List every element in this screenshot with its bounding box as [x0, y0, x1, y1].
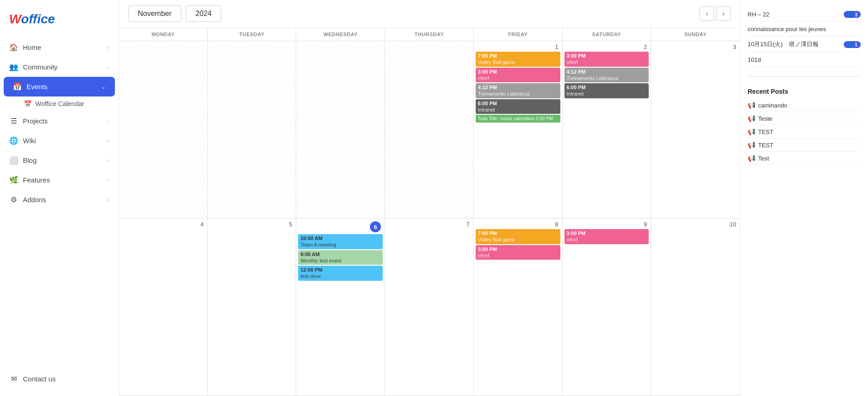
post-label: Teste: [758, 115, 772, 122]
day-name-saturday: SATURDAY: [563, 28, 651, 41]
chevron-down-icon: ⌄: [101, 84, 106, 90]
post-label: TEST: [758, 128, 773, 135]
event-rrfrrrf-sat2[interactable]: 3:00 PM rrfrrrf: [564, 229, 649, 244]
event-time: 8:00 AM: [300, 251, 380, 257]
calendar-cell-sat-w2[interactable]: 9 3:00 PM rrfrrrf: [563, 219, 651, 396]
recent-posts-section: Recent Posts 📢 caminando 📢 Teste 📢 TEST …: [748, 76, 861, 165]
next-month-button[interactable]: ›: [716, 6, 731, 21]
wiki-icon: 🌐: [9, 136, 18, 145]
event-rrfrrrf-sat1[interactable]: 3:00 PM rrfrrrf: [564, 52, 649, 67]
post-item-test3[interactable]: 📢 Test: [748, 152, 861, 165]
megaphone-icon: 📢: [748, 115, 755, 122]
event-rrfrrrf-fri1[interactable]: 3:00 PM rrfrrrf: [476, 68, 560, 83]
year-selector[interactable]: 2024: [186, 5, 222, 22]
calendar-cell-fri-w1[interactable]: 1 7:00 PM Volley Ball game 3:00 PM rrfrr…: [474, 41, 563, 218]
badge-icon: 👤: [847, 42, 853, 48]
post-label: caminando: [758, 102, 787, 109]
calendar-cell-thu-w2[interactable]: 7: [385, 219, 474, 396]
prev-month-button[interactable]: ‹: [700, 6, 714, 21]
event-time: 7:00 PM: [478, 53, 558, 59]
event-intranet-sat1[interactable]: 6:00 PM Intranet: [564, 83, 649, 98]
recent-item-label: 10月15日(火) 塔ノ澤日報: [748, 40, 819, 48]
home-icon: 🏠: [9, 43, 18, 52]
calendar-cell-sat-w1[interactable]: 2 3:00 PM rrfrrrf 4:12 PM Treinamento Li…: [563, 41, 651, 218]
day-number: 7: [387, 220, 472, 228]
calendar-grid: MONDAY TUESDAY WEDNESDAY THURSDAY FRIDAY…: [119, 28, 740, 396]
recent-items-group: RH – 22 👤 3 connaissance pour les jeunes…: [748, 7, 861, 67]
calendar-cell-thu-w1[interactable]: [385, 41, 474, 218]
post-item-test1[interactable]: 📢 TEST: [748, 125, 861, 139]
event-title: Intranet: [567, 91, 647, 97]
recent-item-connaissance[interactable]: connaissance pour les jeunes: [748, 22, 861, 37]
calendar-cell-tue-w1[interactable]: [208, 41, 297, 218]
day-name-tuesday: TUESDAY: [208, 28, 297, 41]
day-name-sunday: SUNDAY: [651, 28, 740, 41]
sidebar-item-contact[interactable]: ✉ Contact us: [0, 369, 119, 389]
day-number: 4: [121, 220, 206, 228]
post-item-caminando[interactable]: 📢 caminando: [748, 99, 861, 112]
contact-icon: ✉: [9, 375, 18, 383]
calendar-cell-wed-w2[interactable]: 6 10:00 AM Team A meeting 8:00 AM Monthl…: [296, 219, 385, 396]
megaphone-icon: 📢: [748, 155, 755, 162]
calendar-cell-mon-w2[interactable]: 4: [119, 219, 208, 396]
event-rrfrrrf-fri2[interactable]: 3:00 PM rrfrrrf: [476, 245, 560, 260]
event-intranet-fri1[interactable]: 6:00 PM Intranet: [476, 99, 560, 114]
sidebar-item-features[interactable]: 🌿 Features ›: [0, 170, 119, 190]
event-title: Volley Ball game: [478, 236, 558, 243]
chevron-right-icon: ›: [108, 118, 109, 124]
calendar-cell-sun-w2[interactable]: 10: [651, 219, 740, 396]
recent-item-101d[interactable]: 101d: [748, 53, 861, 67]
sidebar-sub-woffice-calendar[interactable]: 📅 Woffice Calendar: [0, 96, 119, 111]
event-title: rrfrrrf: [478, 75, 558, 81]
badge-count: 1: [855, 42, 857, 47]
month-selector[interactable]: November: [128, 5, 181, 22]
badge-count: 3: [855, 12, 857, 17]
day-number: 9: [564, 220, 649, 228]
calendar-cell-tue-w2[interactable]: 5: [208, 219, 297, 396]
event-title: rrfrrrf: [478, 252, 558, 259]
day-name-monday: MONDAY: [119, 28, 208, 41]
post-item-test2[interactable]: 📢 TEST: [748, 139, 861, 152]
sidebar-item-home[interactable]: 🏠 Home ›: [0, 37, 119, 57]
today-number: 6: [370, 221, 381, 232]
logo: Woffice: [0, 7, 119, 37]
event-time: 10:00 AM: [300, 235, 380, 241]
day-number: 10: [653, 220, 738, 228]
event-monthly-test[interactable]: 8:00 AM Monthly test event: [298, 250, 383, 265]
recent-item-japanese[interactable]: 10月15日(火) 塔ノ澤日報 👤 1: [748, 37, 861, 53]
sidebar-item-wiki[interactable]: 🌐 Wiki ›: [0, 131, 119, 150]
day-number: 3: [653, 43, 738, 51]
event-title: rrfrrrf: [567, 236, 647, 243]
chevron-right-icon: ›: [108, 197, 109, 203]
day-name-friday: FRIDAY: [474, 28, 563, 41]
day-number: 8: [476, 220, 560, 228]
logo-w: W: [9, 12, 21, 26]
calendar-body: 1 7:00 PM Volley Ball game 3:00 PM rrfrr…: [119, 41, 740, 396]
calendar-cell-mon-w1[interactable]: [119, 41, 208, 218]
event-title: Treinamento Liderança: [567, 75, 647, 81]
sidebar-item-events[interactable]: 📅 Events ⌄: [4, 77, 115, 96]
event-todo-fri1[interactable]: Todo Title: Incluir calendário 5:00 PM: [476, 115, 560, 123]
event-time: 3:00 PM: [478, 246, 558, 252]
calendar-cell-fri-w2[interactable]: 8 7:00 PM Volley Ball game 3:00 PM rrfrr…: [474, 219, 563, 396]
calendar-cell-wed-w1[interactable]: [296, 41, 385, 218]
event-treinamento-sat1[interactable]: 4:12 PM Treinamento Liderança: [564, 68, 649, 83]
event-volley-ball-2[interactable]: 7:00 PM Volley Ball game: [476, 229, 560, 244]
sidebar-item-projects[interactable]: ☰ Projects ›: [0, 111, 119, 131]
event-team-meeting[interactable]: 10:00 AM Team A meeting: [298, 234, 383, 249]
post-label: Test: [758, 155, 769, 162]
calendar-cell-sun-w1[interactable]: 3: [651, 41, 740, 218]
event-title: Monthly test event: [300, 257, 380, 264]
event-test-drive[interactable]: 12:00 PM test drive: [298, 266, 383, 281]
sidebar-item-community[interactable]: 👥 Community ›: [0, 57, 119, 77]
event-volley-ball-1[interactable]: 7:00 PM Volley Ball game: [476, 52, 560, 67]
addons-icon: ⚙: [9, 195, 18, 204]
recent-item-rh22[interactable]: RH – 22 👤 3: [748, 7, 861, 22]
event-treinamento-fri1[interactable]: 4:12 PM Treinamento Liderança: [476, 83, 560, 98]
calendar-icon: 📅: [24, 100, 32, 107]
sidebar-item-blog[interactable]: ⬜ Blog ›: [0, 150, 119, 170]
post-item-teste[interactable]: 📢 Teste: [748, 112, 861, 125]
sidebar-item-addons[interactable]: ⚙ Addons ›: [0, 190, 119, 209]
logo-office: office: [21, 12, 55, 26]
event-title: test drive: [300, 273, 380, 279]
